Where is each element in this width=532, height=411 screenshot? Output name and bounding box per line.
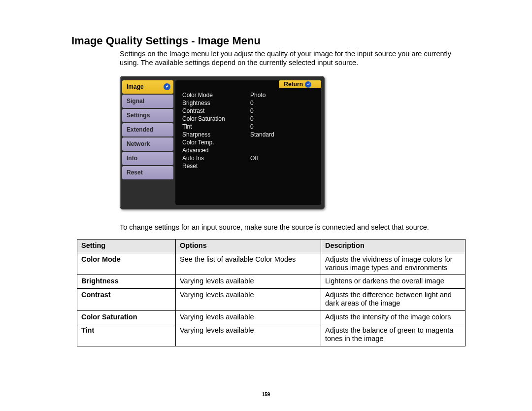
cell-description: Adjusts the vividness of image colors fo… (321, 253, 466, 275)
osd-rows: Color ModePhotoBrightness0Contrast0Color… (182, 91, 314, 170)
cell-options: Varying levels available (176, 288, 321, 310)
osd-row: Tint0 (182, 123, 314, 131)
osd-row-label: Sharpness (182, 131, 250, 138)
osd-row-value: 0 (250, 99, 314, 107)
osd-row-value: Photo (250, 91, 314, 99)
osd-row: Reset (182, 162, 314, 170)
osd-return-button: Return (279, 80, 321, 88)
table-row: Color SaturationVarying levels available… (77, 310, 466, 324)
table-header-row: Setting Options Description (77, 240, 466, 253)
osd-row: Color Temp. (182, 138, 314, 146)
osd-row-label: Brightness (182, 99, 250, 107)
table-row: TintVarying levels availableAdjusts the … (77, 324, 466, 346)
cell-options: See the list of available Color Modes (176, 253, 321, 275)
osd-row: SharpnessStandard (182, 131, 314, 138)
table-header-description: Description (321, 240, 466, 253)
osd-sidebar-item: Network (122, 137, 173, 151)
osd-row-label: Reset (182, 162, 250, 170)
osd-sidebar: ImageSignalSettingsExtendedNetworkInfoRe… (122, 80, 173, 180)
osd-row-label: Contrast (182, 107, 250, 115)
osd-row-value: 0 (250, 115, 314, 123)
osd-row: Contrast0 (182, 107, 314, 115)
osd-sidebar-item: Image (122, 80, 173, 94)
osd-menu-image: ImageSignalSettingsExtendedNetworkInfoRe… (120, 76, 325, 209)
osd-row: Color ModePhoto (182, 91, 314, 99)
osd-row-value: 0 (250, 123, 314, 131)
cell-options: Varying levels available (176, 324, 321, 346)
table-row: Color ModeSee the list of available Colo… (77, 253, 466, 275)
osd-row-value (250, 162, 314, 170)
cell-options: Varying levels available (176, 310, 321, 324)
osd-row-value (250, 146, 314, 154)
cell-options: Varying levels available (176, 275, 321, 288)
intro-paragraph: Settings on the Image menu let you adjus… (71, 49, 468, 67)
osd-sidebar-item: Extended (122, 123, 173, 137)
osd-sidebar-item: Settings (122, 109, 173, 122)
osd-row: Color Saturation0 (182, 115, 314, 123)
cell-description: Adjusts the difference between light and… (321, 288, 466, 310)
osd-return-label: Return (284, 81, 303, 88)
table-row: BrightnessVarying levels availableLighte… (77, 275, 466, 288)
enter-icon (164, 83, 170, 90)
osd-sidebar-item: Info (122, 152, 173, 165)
osd-sidebar-item: Reset (122, 166, 173, 179)
cell-description: Lightens or darkens the overall image (321, 275, 466, 288)
osd-row-value: Standard (250, 131, 314, 138)
osd-row-label: Auto Iris (182, 154, 250, 162)
table-header-setting: Setting (77, 240, 176, 253)
cell-setting: Contrast (77, 288, 176, 310)
osd-row-value (250, 138, 314, 146)
table-body: Color ModeSee the list of available Colo… (77, 253, 466, 346)
table-header-options: Options (176, 240, 321, 253)
cell-description: Adjusts the balance of green to magenta … (321, 324, 466, 346)
osd-panel: Return Color ModePhotoBrightness0Contras… (175, 80, 321, 205)
cell-setting: Color Saturation (77, 310, 176, 324)
osd-row: Auto IrisOff (182, 154, 314, 162)
page-title: Image Quality Settings - Image Menu (71, 34, 468, 47)
osd-row-value: 0 (250, 107, 314, 115)
cell-description: Adjusts the intensity of the image color… (321, 310, 466, 324)
osd-row-label: Color Temp. (182, 138, 250, 146)
cell-setting: Brightness (77, 275, 176, 288)
osd-row: Advanced (182, 146, 314, 154)
cell-setting: Color Mode (77, 253, 176, 275)
osd-row-label: Color Mode (182, 91, 250, 99)
osd-row-label: Color Saturation (182, 115, 250, 123)
note-paragraph: To change settings for an input source, … (120, 223, 468, 231)
osd-row: Brightness0 (182, 99, 314, 107)
table-row: ContrastVarying levels availableAdjusts … (77, 288, 466, 310)
cell-setting: Tint (77, 324, 176, 346)
osd-row-label: Tint (182, 123, 250, 131)
osd-row-value: Off (250, 154, 314, 162)
osd-row-label: Advanced (182, 146, 250, 154)
enter-icon (305, 81, 311, 88)
page-number: 159 (0, 392, 532, 397)
osd-sidebar-item: Signal (122, 95, 173, 108)
settings-table: Setting Options Description Color ModeSe… (77, 239, 466, 346)
